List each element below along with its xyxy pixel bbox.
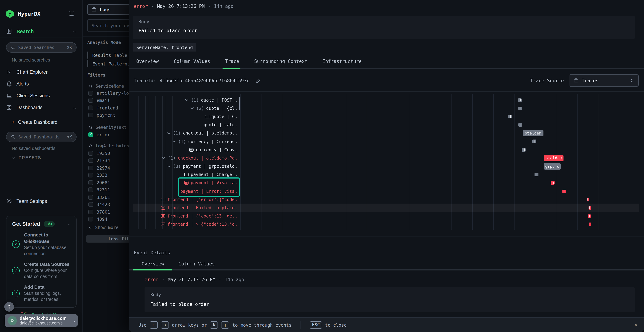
close-icon[interactable]: × [634, 322, 638, 328]
checkbox[interactable] [88, 166, 93, 170]
analysis-mode-option[interactable]: Results Table [87, 51, 130, 60]
trace-span-row[interactable]: (1) checkout | oteldemo.Pa… oteldem [133, 154, 639, 162]
span-duration-bar[interactable]: grpc.o [544, 163, 561, 170]
j-key[interactable]: j [221, 321, 229, 328]
k-key[interactable]: k [210, 321, 218, 328]
search-icon [88, 144, 93, 148]
checkbox[interactable] [88, 173, 93, 178]
span-duration-bar[interactable] [589, 223, 592, 226]
checkbox[interactable] [88, 151, 93, 156]
trace-source-select[interactable]: Traces [569, 74, 639, 86]
span-duration-bar[interactable] [532, 140, 536, 143]
get-started-item[interactable]: ✓ Create Data Sources Configure where yo… [12, 261, 74, 280]
panel-tab[interactable]: Infrastructure [322, 59, 362, 64]
checkbox[interactable] [88, 180, 93, 185]
edit-pencil-icon[interactable] [256, 78, 261, 83]
panel-tab[interactable]: Column Values [174, 59, 210, 64]
trace-span-row[interactable]: (1) checkout | oteldemo.… oteldem [133, 129, 639, 138]
expand-chevron-icon[interactable] [166, 165, 171, 168]
checkbox[interactable] [88, 202, 93, 207]
checkbox[interactable] [88, 106, 93, 110]
panel-tab[interactable]: Overview [136, 59, 159, 64]
service-name-chip[interactable]: ServiceName: frontend [133, 43, 196, 52]
panel-tab[interactable]: Trace [225, 59, 239, 64]
trace-span-row[interactable]: quote | calc… [133, 121, 639, 129]
expand-chevron-icon[interactable] [161, 156, 166, 160]
span-duration-bar[interactable]: oteldem [523, 130, 544, 136]
expand-chevron-icon[interactable] [166, 132, 171, 135]
log-event-icon [205, 115, 209, 118]
sidebar-collapse-icon[interactable] [68, 10, 75, 16]
analysis-mode-option[interactable]: Event Patterns [87, 60, 130, 68]
arrow-right-key[interactable]: → [161, 321, 169, 328]
saved-searches-placeholder: Saved Searches [18, 45, 64, 50]
checkbox[interactable] [88, 210, 93, 214]
span-duration-bar[interactable] [518, 98, 522, 102]
span-duration-bar[interactable] [562, 190, 566, 193]
span-duration-bar[interactable] [551, 181, 555, 185]
get-started-title: Get Started [12, 221, 40, 227]
create-dashboard-button[interactable]: + Create Dashboard [12, 119, 58, 125]
checkbox[interactable] [88, 195, 93, 200]
sidebar-item-team-settings[interactable]: Team Settings [6, 198, 47, 204]
checkbox[interactable] [88, 188, 93, 192]
span-duration-bar[interactable] [588, 214, 591, 218]
expand-chevron-icon[interactable] [190, 107, 194, 110]
chevron-up-icon[interactable] [72, 106, 76, 110]
arrow-left-key[interactable]: ← [150, 321, 158, 328]
sidebar-item-alerts[interactable]: Alerts [6, 81, 29, 87]
span-duration-bar[interactable] [508, 115, 512, 118]
get-started-card: Get Started 3/3 ✓ Connect to ClickHouse … [6, 216, 76, 308]
trace-span-row[interactable]: frontend | Failed to place… [133, 204, 639, 212]
checkbox[interactable] [88, 91, 93, 96]
show-more-toggle[interactable]: Show more [88, 225, 118, 230]
panel-tab[interactable]: Surrounding Context [254, 59, 307, 64]
saved-searches-input[interactable]: Saved Searches ⌘K [6, 42, 76, 52]
presets-toggle[interactable]: PRESETS [12, 155, 41, 160]
span-duration-bar[interactable] [522, 148, 526, 152]
checkbox[interactable] [88, 158, 93, 163]
event-details-tab[interactable]: Column Values [178, 261, 215, 266]
chart-icon [6, 69, 12, 75]
trace-span-row[interactable]: currency | Conv… [133, 146, 639, 154]
expand-chevron-icon[interactable] [184, 98, 189, 102]
trace-span-row[interactable]: (3) payment | grpc.oteld… grpc.o [133, 162, 639, 170]
span-duration-bar[interactable]: oteldem [544, 155, 564, 161]
user-menu[interactable]: D dale@clickhouse.com dale@clickhouse.co… [5, 314, 78, 327]
trace-span-row[interactable]: frontend | × {"code":13,"d… [133, 220, 639, 228]
log-event-icon [161, 206, 165, 210]
avatar: D [8, 316, 17, 325]
chevron-up-icon[interactable] [72, 30, 76, 33]
app-logo[interactable]: HyperDX [6, 10, 40, 18]
trace-span-row[interactable]: quote | C… [133, 112, 639, 121]
event-details-tabs: OverviewColumn Values [142, 261, 215, 266]
span-duration-bar[interactable] [586, 198, 589, 202]
span-duration-bar[interactable] [518, 106, 522, 110]
event-details-tab[interactable]: Overview [142, 261, 164, 266]
trace-span-row[interactable]: (1) currency | Currenc… [133, 138, 639, 146]
span-duration-bar[interactable] [518, 123, 522, 127]
get-started-item[interactable]: ✓ Add Data Start sending logs, metrics, … [12, 284, 74, 303]
esc-key[interactable]: ESC [310, 321, 322, 328]
expand-chevron-icon[interactable] [172, 140, 176, 143]
span-duration-bar[interactable] [588, 206, 591, 210]
span-duration-bar[interactable] [534, 173, 538, 176]
trace-span-row[interactable]: (2) quote | {cl… [133, 104, 639, 112]
checkbox[interactable] [88, 113, 93, 118]
span-label: payment | Charge … [191, 172, 237, 177]
help-button[interactable]: ? [4, 302, 14, 312]
trace-span-row[interactable]: frontend | {"code":13,"det… [133, 212, 639, 220]
checkbox[interactable] [88, 217, 93, 222]
traces-source-icon [574, 78, 578, 83]
get-started-item[interactable]: ✓ Connect to ClickHouse Set up your data… [12, 232, 74, 257]
sidebar-item-dashboards[interactable]: Dashboards [6, 104, 42, 110]
checkbox[interactable] [88, 98, 93, 103]
trace-span-row[interactable]: (1) quote | POST … [133, 96, 639, 104]
chevron-up-icon[interactable] [67, 222, 71, 226]
sidebar-item-client-sessions[interactable]: Client Sessions [6, 93, 50, 99]
sidebar-item-chart-explorer[interactable]: Chart Explorer [6, 69, 48, 75]
search-icon [88, 125, 93, 130]
checkbox[interactable] [88, 132, 93, 137]
saved-dashboards-input[interactable]: Saved Dashboards ⌘K [6, 132, 76, 142]
sidebar-item-search[interactable]: Search [6, 28, 34, 34]
